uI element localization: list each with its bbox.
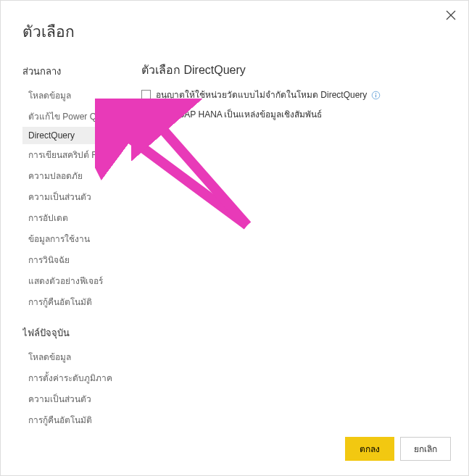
- options-sidebar: ส่วนกลาง โหลดข้อมูล ตัวแก้ไข Power Query…: [22, 61, 124, 427]
- sidebar-item-power-query[interactable]: ตัวแก้ไข Power Query: [22, 106, 121, 127]
- option-label: ถือว่า SAP HANA เป็นแหล่งข้อมูลเชิงสัมพั…: [156, 107, 322, 121]
- cancel-button[interactable]: ยกเลิก: [400, 437, 451, 461]
- checkbox-unrestricted-measures[interactable]: [141, 90, 151, 99]
- sidebar-item-file-auto-recovery[interactable]: การกู้คืนอัตโนมัติ: [22, 409, 121, 427]
- info-icon[interactable]: [371, 90, 381, 99]
- sidebar-item-updates[interactable]: การอัปเดต: [22, 207, 121, 228]
- checkbox-sap-hana-relational[interactable]: [141, 109, 151, 119]
- option-label: อนุญาตให้ใช้หน่วยวัดแบบไม่จำกัดในโหมด Di…: [156, 88, 367, 101]
- ok-button[interactable]: ตกลง: [345, 437, 394, 461]
- sidebar-item-directquery[interactable]: DirectQuery: [22, 127, 121, 144]
- sidebar-item-r-scripting[interactable]: การเขียนสคริปต์ R: [22, 144, 121, 165]
- main-panel: ตัวเลือก DirectQuery อนุญาตให้ใช้หน่วยวั…: [124, 61, 451, 427]
- close-button[interactable]: [445, 9, 457, 21]
- sidebar-item-load-data[interactable]: โหลดข้อมูล: [22, 85, 121, 106]
- sidebar-item-regional-settings[interactable]: การตั้งค่าระดับภูมิภาค: [22, 367, 121, 388]
- sidebar-item-security[interactable]: ความปลอดภัย: [22, 165, 121, 186]
- sidebar-item-privacy[interactable]: ความเป็นส่วนตัว: [22, 186, 121, 207]
- sidebar-section-current-file: ไฟล์ปัจจุบัน: [22, 325, 121, 341]
- sidebar-item-usage-data[interactable]: ข้อมูลการใช้งาน: [22, 228, 121, 249]
- sidebar-item-diagnostics[interactable]: การวินิจฉัย: [22, 249, 121, 270]
- dialog-title: ตัวเลือก: [1, 1, 468, 43]
- section-heading-directquery: ตัวเลือก DirectQuery: [141, 61, 451, 79]
- sidebar-section-global: ส่วนกลาง: [22, 64, 121, 79]
- option-sap-hana-relational[interactable]: ถือว่า SAP HANA เป็นแหล่งข้อมูลเชิงสัมพั…: [141, 107, 451, 121]
- svg-rect-4: [375, 95, 376, 98]
- sidebar-item-file-load-data[interactable]: โหลดข้อมูล: [22, 346, 121, 367]
- svg-point-3: [375, 93, 376, 93]
- option-unrestricted-measures[interactable]: อนุญาตให้ใช้หน่วยวัดแบบไม่จำกัดในโหมด Di…: [141, 88, 451, 101]
- sidebar-item-file-privacy[interactable]: ความเป็นส่วนตัว: [22, 388, 121, 409]
- sidebar-item-auto-recovery[interactable]: การกู้คืนอัตโนมัติ: [22, 291, 121, 312]
- sidebar-item-preview-features[interactable]: แสดงตัวอย่างฟีเจอร์: [22, 270, 121, 291]
